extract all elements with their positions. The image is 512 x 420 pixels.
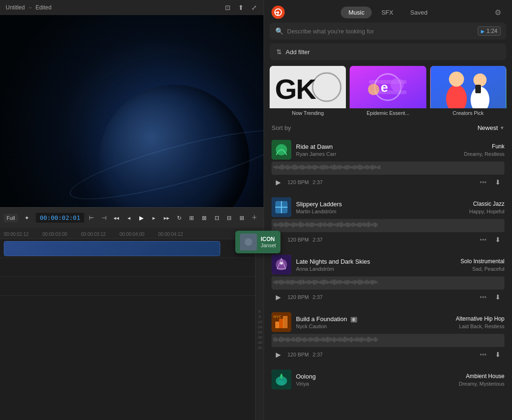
tab-saved[interactable]: Saved (403, 7, 435, 18)
next-btn[interactable]: ▸ (149, 211, 160, 225)
snapshot-btn[interactable]: ⊡ (211, 211, 222, 225)
play-button[interactable]: ▶ (272, 177, 284, 188)
tab-music[interactable]: Music (341, 7, 372, 18)
waveform-bars: (function() { const h2 = [6,9,7,5,8,11,9… (272, 219, 504, 230)
category-creators[interactable]: Creators Pick (430, 66, 506, 116)
zoom-selector[interactable]: Full (4, 214, 18, 222)
next-frame-btn[interactable]: ▸▸ (161, 211, 172, 225)
track-name-row: Slippery Ladders Classic Jazz (296, 201, 504, 208)
track-waveform-late-nights: (function() { const h3 = [5,7,9,6,8,11,9… (272, 276, 504, 290)
panel-logo (272, 6, 285, 19)
sort-bar: Sort by Newest ▼ (264, 121, 512, 136)
window-icon[interactable]: ⊡ (224, 4, 232, 11)
filter-bar[interactable]: ⇅ Add filter (270, 43, 506, 60)
svg-point-1 (245, 238, 252, 246)
volume-meter: 0 -6 -12 -18 -24 -30 -36 -42 (255, 239, 264, 420)
app-status: – (29, 4, 32, 11)
editor-panel: Untitled – Edited ⊡ ⬆ ⤢ Full ✦ 00:00:02:… (0, 0, 264, 420)
track-item-oolong[interactable]: Oolong Ambient House Viriya Dreamy, Myst… (268, 366, 508, 395)
bpm-badge: 120 BPM (288, 352, 309, 357)
track-row-3[interactable] (0, 277, 264, 296)
loop-btn[interactable]: ↻ (174, 211, 184, 225)
track-artist-row: Anna Landström Sad, Peaceful (296, 266, 504, 272)
ruler-mark: 00:00:02:12 (4, 232, 42, 237)
track-moods: Happy, Hopeful (469, 209, 504, 214)
trending-image: GK (270, 66, 346, 108)
svg-point-28 (280, 262, 283, 265)
download-button[interactable]: ⬇ (492, 349, 504, 360)
track-item-late-nights[interactable]: Late Nights and Dark Skies Solo Instrume… (268, 251, 508, 307)
track-art-image: NYC (272, 312, 291, 332)
tool-select-btn[interactable]: ✦ (22, 211, 32, 225)
track-artist: Ryan James Carr (296, 151, 336, 157)
track-clip-1[interactable] (4, 241, 220, 256)
more-options-button[interactable]: ••• (478, 351, 488, 358)
duration-badge[interactable]: ▶ 1:24 (478, 26, 501, 36)
track-name: Late Nights and Dark Skies (296, 258, 370, 265)
track-name-row: Oolong Ambient House (296, 373, 504, 380)
svg-point-36 (278, 380, 285, 385)
export-icon[interactable]: ⬆ (237, 4, 245, 11)
track-top: Late Nights and Dark Skies Solo Instrume… (272, 255, 504, 275)
download-button[interactable]: ⬇ (492, 291, 504, 303)
track-item-ride-at-dawn[interactable]: Ride at Dawn Funk Ryan James Carr Dreamy… (268, 136, 508, 192)
category-epidemic[interactable]: e Epidemic Essent... (350, 66, 426, 116)
prev-frame-btn[interactable]: ◂◂ (111, 211, 122, 225)
timeline-tracks (0, 239, 264, 420)
app-title: Untitled (6, 4, 25, 11)
add-btn[interactable]: + (249, 211, 260, 225)
track-artist-row: Nyck Caution Laid Back, Restless (296, 323, 504, 329)
track-artist-row: Martin Landström Happy, Hopeful (296, 209, 504, 214)
track-name-row: Ride at Dawn Funk (296, 143, 504, 150)
svg-point-15 (449, 72, 464, 87)
extra2-btn[interactable]: ⊞ (237, 211, 248, 225)
ruler-mark: 00:00:04:12 (158, 232, 197, 237)
epidemic-label: Epidemic Essent... (350, 108, 426, 116)
explicit-badge: E (351, 317, 357, 323)
tab-sfx[interactable]: SFX (374, 7, 400, 18)
mark-out-btn[interactable]: ⊣ (98, 211, 109, 225)
music-panel: Music SFX Saved ⚙ 🔍 ▶ 1:24 ⇅ Add filter … (264, 0, 512, 420)
track-item-slippery-ladders[interactable]: Slippery Ladders Classic Jazz Martin Lan… (268, 194, 508, 249)
play-button[interactable]: ▶ (272, 349, 284, 360)
track-waveform-slippery-ladders: (function() { const h2 = [6,9,7,5,8,11,9… (272, 219, 504, 232)
more-options-button[interactable]: ••• (478, 293, 488, 301)
play-button[interactable]: ▶ (272, 291, 284, 303)
track-list: Ride at Dawn Funk Ryan James Carr Dreamy… (264, 136, 512, 420)
creators-thumb (430, 66, 506, 108)
timecode-display: 00:00:02:01 (36, 213, 84, 223)
tooltip-title: ICON (261, 236, 276, 242)
title-bar: Untitled – Edited ⊡ ⬆ ⤢ (0, 0, 264, 15)
track-row-2[interactable] (0, 258, 264, 277)
duration-text: 2:37 (312, 237, 322, 242)
track-top: Ride at Dawn Funk Ryan James Carr Dreamy… (272, 140, 504, 160)
svg-rect-18 (475, 85, 481, 93)
filter-icon: ⇅ (276, 48, 282, 56)
track-moods: Dreamy, Restless (464, 151, 504, 157)
duration-value: 1:24 (487, 28, 497, 34)
play-icon: ▶ (481, 29, 485, 34)
sort-value[interactable]: Newest ▼ (478, 124, 504, 131)
settings-icon[interactable]: ⚙ (491, 6, 504, 19)
search-input[interactable] (287, 28, 474, 35)
track-item-build-foundation[interactable]: NYC Build a Foundation E Alternative Hip… (268, 308, 508, 364)
track-name: Ride at Dawn (296, 143, 333, 150)
download-button[interactable]: ⬇ (492, 177, 504, 188)
category-trending[interactable]: GK Now Trending (270, 66, 346, 116)
panel-header: Music SFX Saved ⚙ (264, 0, 512, 23)
track-tooltip: ICON Janset (235, 231, 280, 253)
extra1-btn[interactable]: ⊟ (224, 211, 235, 225)
track-art-image (272, 140, 291, 160)
download-button[interactable]: ⬇ (492, 234, 504, 245)
prev-btn[interactable]: ◂ (124, 211, 135, 225)
more-options-button[interactable]: ••• (478, 178, 488, 186)
play-btn[interactable]: ▶ (136, 211, 147, 225)
track-row-1[interactable] (0, 239, 264, 258)
ripple-btn[interactable]: ⊞ (186, 211, 197, 225)
bpm-badge: 120 BPM (288, 237, 309, 242)
track-info-ride-at-dawn: Ride at Dawn Funk Ryan James Carr Dreamy… (296, 143, 504, 157)
split-btn[interactable]: ⊠ (199, 211, 210, 225)
more-options-button[interactable]: ••• (478, 236, 488, 243)
mark-in-btn[interactable]: ⊢ (86, 211, 97, 225)
fullscreen-icon[interactable]: ⤢ (250, 4, 258, 11)
